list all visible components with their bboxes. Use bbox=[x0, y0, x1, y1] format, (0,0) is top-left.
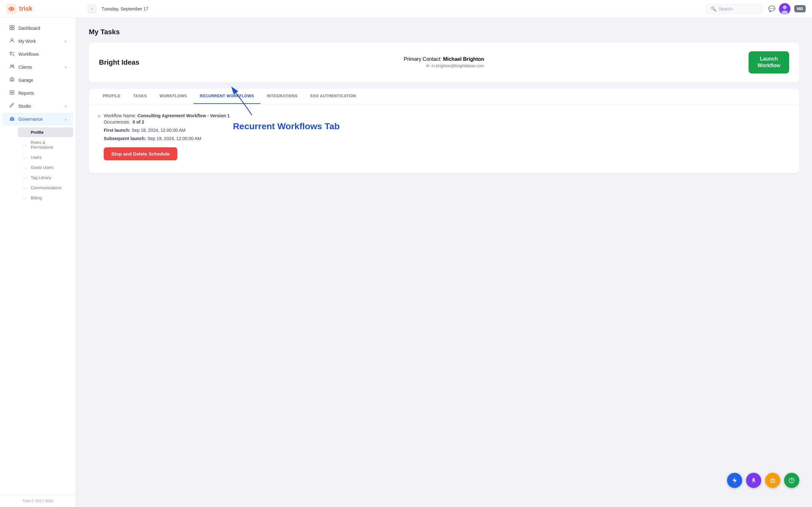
contact-info: Primary Contact: Michael Brighton bbox=[404, 56, 484, 62]
workflows-icon bbox=[9, 51, 15, 57]
sub-item-label: Communications bbox=[31, 185, 61, 190]
garage-icon bbox=[9, 77, 15, 83]
subsequent-launch-value: Sep 19, 2024, 12:00:00 AM bbox=[148, 136, 201, 141]
sidebar-item-governance[interactable]: Governance ∧ bbox=[3, 113, 73, 125]
sidebar-item-label: My Work bbox=[18, 39, 36, 44]
studio-icon bbox=[9, 103, 15, 109]
chat-button[interactable]: 💬 bbox=[768, 5, 775, 12]
sidebar-item-label: Workflows bbox=[18, 52, 39, 57]
sidebar-item-label: Dashboard bbox=[18, 26, 40, 31]
sidebar-item-studio[interactable]: Studio ∨ bbox=[3, 100, 73, 112]
sub-dash: — bbox=[23, 130, 27, 135]
svg-rect-8 bbox=[12, 28, 14, 30]
sidebar-item-garage[interactable]: Garage bbox=[3, 74, 73, 87]
sub-item-label: Roles & Permissions bbox=[31, 140, 68, 150]
email-icon: ✉ bbox=[426, 63, 429, 68]
mywork-icon bbox=[9, 38, 15, 44]
sub-item-label: Profile bbox=[31, 130, 44, 135]
annotation-arrow bbox=[226, 87, 264, 118]
chevron-down-icon: ∨ bbox=[64, 39, 67, 43]
tab-panel: PROFILE TASKS WORKFLOWS RECURRENT WORKFL… bbox=[89, 89, 799, 173]
launch-workflow-button[interactable]: LaunchWorkflow bbox=[749, 51, 789, 73]
tab-integrations[interactable]: INTEGRATIONS bbox=[260, 89, 304, 104]
collapse-button[interactable]: ∧ bbox=[98, 114, 101, 118]
first-launch-label: First launch: bbox=[104, 128, 131, 133]
fab-rocket-button[interactable] bbox=[746, 473, 761, 488]
sub-item-label: Billing bbox=[31, 195, 42, 200]
svg-point-10 bbox=[10, 52, 11, 53]
user-initials: MB bbox=[794, 5, 806, 12]
sub-dash: — bbox=[23, 143, 27, 147]
fab-container bbox=[727, 473, 799, 488]
tab-sso[interactable]: SSO AUTHENTICATION bbox=[304, 89, 362, 104]
client-contact: Primary Contact: Michael Brighton ✉ m.br… bbox=[404, 56, 484, 68]
reports-icon bbox=[9, 90, 15, 96]
sidebar-sub-item-guest-users[interactable]: — Guest Users bbox=[18, 163, 73, 172]
svg-rect-19 bbox=[10, 120, 14, 121]
main-content: My Tasks Bright Ideas Primary Contact: M… bbox=[76, 18, 812, 507]
svg-rect-15 bbox=[10, 118, 11, 120]
sidebar-sub-item-users[interactable]: — Users bbox=[18, 153, 73, 162]
help-icon bbox=[789, 477, 795, 484]
workflow-name-value: Consulting Agreement Workflow - Version … bbox=[137, 113, 230, 118]
sub-dash: — bbox=[23, 175, 27, 180]
svg-rect-22 bbox=[771, 480, 774, 483]
sidebar-item-label: Garage bbox=[18, 78, 33, 83]
sub-item-label: Users bbox=[31, 155, 42, 160]
annotation-text: Recurrent Workflows Tab bbox=[233, 121, 340, 131]
sidebar-sub-item-communications[interactable]: — Communications bbox=[18, 183, 73, 193]
sidebar-sub-item-tag-library[interactable]: — Tag Library bbox=[18, 173, 73, 182]
sidebar-item-label: Studio bbox=[18, 104, 31, 109]
tab-workflows[interactable]: WORKFLOWS bbox=[153, 89, 194, 104]
contact-label: Primary Contact: bbox=[404, 56, 442, 62]
fab-help-button[interactable] bbox=[784, 473, 799, 488]
workflow-row: ∧ Workflow Name: Consulting Agreement Wo… bbox=[98, 113, 791, 160]
sub-dash: — bbox=[23, 165, 27, 170]
sidebar-sub-item-profile[interactable]: — Profile bbox=[18, 127, 73, 137]
app-body: Dashboard My Work ∨ Workflows Client bbox=[0, 18, 812, 507]
sidebar-item-label: Governance bbox=[18, 117, 43, 122]
workflow-name-label: Workflow Name: bbox=[104, 113, 136, 118]
svg-rect-5 bbox=[10, 25, 12, 27]
chevron-up-icon: ∧ bbox=[64, 117, 67, 121]
sub-dash: — bbox=[23, 185, 27, 190]
search-icon: 🔍 bbox=[711, 6, 716, 11]
svg-point-3 bbox=[783, 5, 786, 9]
client-name: Bright Ideas bbox=[99, 58, 139, 66]
sidebar-item-label: Reports bbox=[18, 91, 34, 96]
logo: trisk bbox=[6, 4, 83, 14]
svg-point-9 bbox=[11, 39, 13, 41]
chevron-down-icon: ∨ bbox=[64, 65, 67, 69]
sidebar-item-workflows[interactable]: Workflows bbox=[3, 48, 73, 60]
sidebar-item-dashboard[interactable]: Dashboard bbox=[3, 22, 73, 35]
page-title: My Tasks bbox=[89, 28, 799, 36]
svg-rect-16 bbox=[11, 118, 12, 120]
sidebar-item-clients[interactable]: Clients ∨ bbox=[3, 61, 73, 73]
svg-rect-6 bbox=[12, 25, 14, 27]
svg-rect-7 bbox=[10, 28, 12, 30]
dashboard-icon bbox=[9, 25, 15, 32]
contact-email-value: m.brighton@brightideas.com bbox=[432, 63, 484, 68]
sidebar-sub-item-roles[interactable]: — Roles & Permissions bbox=[18, 137, 73, 152]
client-card: Bright Ideas Primary Contact: Michael Br… bbox=[89, 43, 799, 82]
tab-tasks[interactable]: TASKS bbox=[127, 89, 153, 104]
fab-bolt-button[interactable] bbox=[727, 473, 742, 488]
user-avatar bbox=[779, 3, 791, 14]
svg-point-1 bbox=[10, 8, 12, 10]
svg-point-24 bbox=[792, 482, 792, 482]
nav-toggle-button[interactable]: ‹ bbox=[88, 4, 96, 13]
logo-icon bbox=[6, 4, 16, 14]
sidebar: Dashboard My Work ∨ Workflows Client bbox=[0, 18, 76, 507]
sidebar-item-mywork[interactable]: My Work ∨ bbox=[3, 35, 73, 48]
fab-archive-button[interactable] bbox=[765, 473, 780, 488]
stop-delete-button[interactable]: Stop and Delete Schedule bbox=[104, 147, 177, 160]
trash-icon bbox=[769, 477, 776, 484]
svg-point-12 bbox=[13, 65, 14, 66]
workflow-name-line: Workflow Name: Consulting Agreement Work… bbox=[104, 113, 791, 118]
search-bar[interactable]: 🔍 Search bbox=[706, 4, 763, 14]
sidebar-item-reports[interactable]: Reports bbox=[3, 87, 73, 100]
tab-profile[interactable]: PROFILE bbox=[96, 89, 127, 104]
svg-rect-18 bbox=[13, 118, 14, 120]
sidebar-sub-item-billing[interactable]: — Billing bbox=[18, 193, 73, 203]
subsequent-launch-line: Subsequent launch: Sep 19, 2024, 12:00:0… bbox=[104, 136, 201, 141]
